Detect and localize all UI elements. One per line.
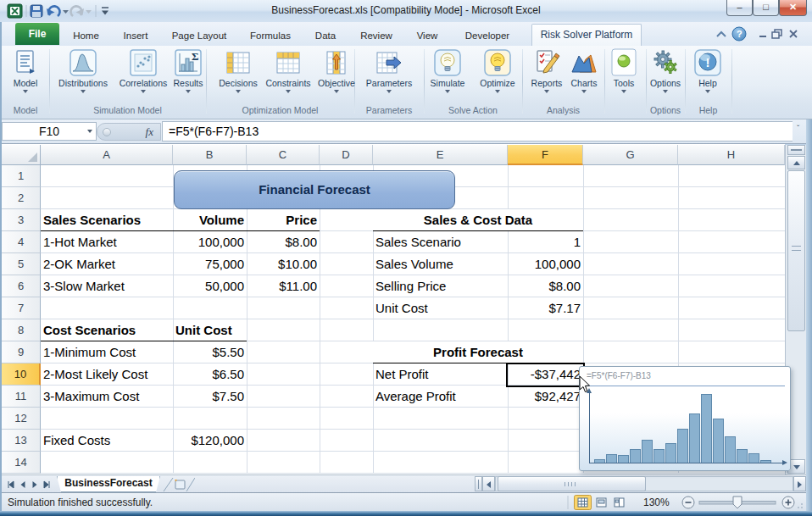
cell-E9[interactable]: Profit Forecast: [373, 341, 583, 363]
cell-F4[interactable]: 1: [508, 231, 583, 253]
cell-C6[interactable]: $11.00: [247, 275, 320, 297]
cell-A9[interactable]: 1-Minimum Cost: [41, 341, 173, 363]
cell-B8[interactable]: Unit Cost: [173, 319, 247, 341]
cell-E11[interactable]: Average Profit: [373, 386, 508, 408]
column-header-G[interactable]: G: [583, 145, 678, 165]
cell-A4[interactable]: 1-Hot Market: [41, 231, 173, 253]
vertical-scroll-thumb[interactable]: [787, 170, 805, 331]
column-header-E[interactable]: E: [373, 145, 508, 165]
row-header-10[interactable]: 10: [2, 363, 41, 386]
hscroll-right-arrow[interactable]: [793, 476, 806, 491]
insert-function-pill[interactable]: fx: [97, 123, 161, 141]
constraints-button[interactable]: Constraints: [259, 48, 317, 103]
cell-A13[interactable]: Fixed Costs: [41, 430, 173, 452]
column-header-A[interactable]: A: [41, 145, 173, 165]
tab-formulas[interactable]: Formulas: [244, 27, 297, 44]
results-button[interactable]: ΣResults: [168, 48, 209, 103]
cell-B11[interactable]: $7.50: [173, 386, 247, 408]
cell-F7[interactable]: $7.17: [508, 297, 583, 319]
cell-C5[interactable]: $10.00: [247, 253, 320, 275]
financial-forecast-button[interactable]: Financial Forecast: [174, 170, 455, 209]
cell-E4[interactable]: Sales Scenario: [373, 231, 508, 253]
cell-A5[interactable]: 2-OK Market: [41, 253, 173, 275]
cell-B10[interactable]: $6.50: [173, 363, 247, 386]
tab-home[interactable]: Home: [66, 27, 106, 44]
scroll-up-arrow[interactable]: [787, 156, 805, 169]
cell-A3[interactable]: Sales Scenarios: [41, 209, 173, 231]
cell-A8[interactable]: Cost Scenarios: [41, 319, 173, 341]
tab-scroll-split[interactable]: [475, 476, 482, 491]
prev-sheet-button[interactable]: [18, 478, 30, 491]
close-button[interactable]: ✕: [779, 0, 807, 16]
column-header-B[interactable]: B: [173, 145, 247, 165]
name-box-dropdown[interactable]: [85, 122, 95, 141]
cell-B9[interactable]: $5.50: [173, 341, 247, 363]
simulate-button[interactable]: Simulate: [424, 48, 471, 103]
model-button[interactable]: Model: [6, 48, 45, 103]
reports-button[interactable]: Reports: [526, 48, 568, 103]
row-header-13[interactable]: 13: [2, 430, 41, 452]
cell-B3[interactable]: Volume: [173, 209, 247, 231]
row-header-12[interactable]: 12: [2, 408, 41, 430]
tab-developer[interactable]: Developer: [456, 27, 519, 44]
decisions-button[interactable]: Decisions: [213, 48, 264, 103]
expand-formula-bar-icon[interactable]: ˇ: [797, 125, 799, 134]
cell-A10[interactable]: 2-Most Likely Cost: [41, 363, 173, 386]
cell-B5[interactable]: 75,000: [173, 253, 247, 275]
cell-E6[interactable]: Selling Price: [373, 275, 508, 297]
row-header-6[interactable]: 6: [2, 275, 41, 297]
cell-C3[interactable]: Price: [247, 209, 320, 231]
first-sheet-button[interactable]: [6, 478, 18, 491]
minimize-button[interactable]: –: [726, 0, 753, 16]
row-header-1[interactable]: 1: [2, 165, 41, 187]
tab-page-layout[interactable]: Page Layout: [166, 27, 232, 44]
parameters-button[interactable]: Parameters: [361, 48, 417, 103]
row-header-14[interactable]: 14: [2, 452, 41, 474]
distributions-button[interactable]: Distributions: [51, 48, 115, 103]
tab-file[interactable]: File: [15, 23, 59, 45]
tab-data[interactable]: Data: [309, 27, 342, 44]
cell-B13[interactable]: $120,000: [173, 430, 247, 452]
help-button[interactable]: !Help: [692, 48, 724, 103]
charts-button[interactable]: Charts: [565, 48, 603, 103]
formula-input[interactable]: =F5*(F6-F7)-B13: [162, 121, 793, 141]
cell-C4[interactable]: $8.00: [247, 231, 320, 253]
row-header-11[interactable]: 11: [2, 386, 41, 408]
cell-E5[interactable]: Sales Volume: [373, 253, 508, 275]
tab-review[interactable]: Review: [354, 27, 398, 44]
row-header-4[interactable]: 4: [2, 231, 41, 253]
cell-B4[interactable]: 100,000: [173, 231, 247, 253]
cell-E10[interactable]: Net Profit: [373, 363, 508, 386]
row-header-8[interactable]: 8: [2, 319, 41, 341]
maximize-button[interactable]: □: [753, 0, 779, 16]
next-sheet-button[interactable]: [30, 478, 42, 491]
cell-F6[interactable]: $8.00: [508, 275, 583, 297]
ribbon-right-controls[interactable]: ?: [712, 25, 807, 42]
last-sheet-button[interactable]: [42, 478, 53, 491]
cell-A11[interactable]: 3-Maximum Cost: [41, 386, 173, 408]
cell-E7[interactable]: Unit Cost: [373, 297, 508, 319]
row-header-7[interactable]: 7: [2, 297, 41, 319]
sheet-tab-businessforecast[interactable]: BusinessForecast: [57, 476, 160, 492]
cell-B6[interactable]: 50,000: [173, 275, 247, 297]
options-button[interactable]: Options: [644, 48, 687, 103]
hscroll-thumb[interactable]: [498, 476, 646, 491]
cell-F11[interactable]: $92,427: [508, 386, 583, 408]
insert-worksheet-tab[interactable]: [161, 476, 195, 492]
cell-E3[interactable]: Sales & Cost Data: [373, 209, 583, 231]
name-box[interactable]: F10: [2, 122, 97, 141]
row-header-2[interactable]: 2: [2, 187, 41, 209]
cell-F5[interactable]: 100,000: [508, 253, 583, 275]
column-header-F[interactable]: F: [508, 145, 583, 165]
split-handle-vertical[interactable]: [787, 145, 805, 155]
optimize-button[interactable]: Optimize: [475, 48, 520, 103]
cell-A6[interactable]: 3-Slow Market: [41, 275, 173, 297]
row-header-3[interactable]: 3: [2, 209, 41, 231]
column-header-D[interactable]: D: [320, 145, 373, 165]
tab-view[interactable]: View: [410, 27, 444, 44]
row-header-9[interactable]: 9: [2, 341, 41, 363]
tab-risk-solver-platform[interactable]: Risk Solver Platform: [531, 24, 642, 46]
correlations-button[interactable]: Correlations: [113, 48, 174, 103]
row-header-5[interactable]: 5: [2, 253, 41, 275]
column-header-C[interactable]: C: [247, 145, 320, 165]
